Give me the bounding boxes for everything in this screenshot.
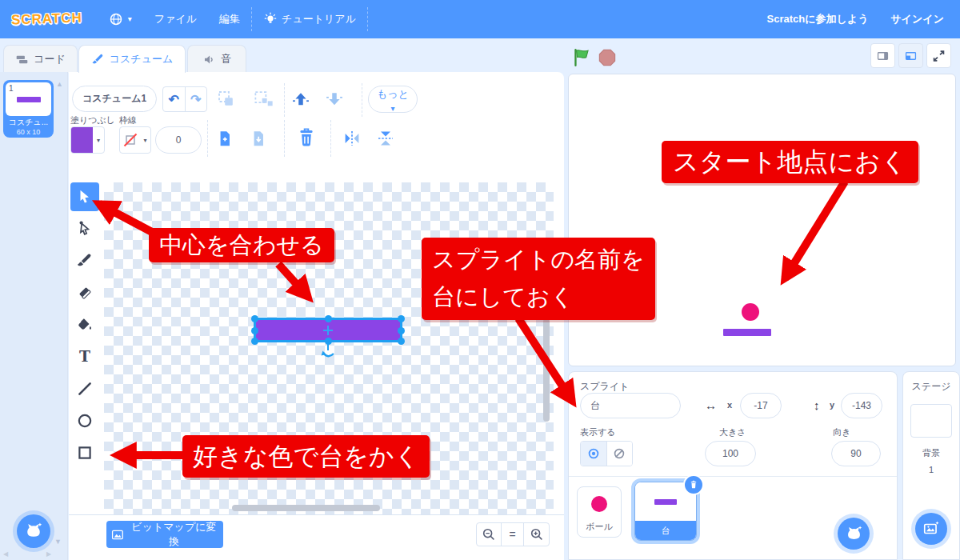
tool-brush[interactable] (70, 246, 99, 275)
tutorials-menu[interactable]: チュートリアル (252, 0, 367, 38)
zoom-controls: = (476, 522, 550, 546)
flip-vertical-button[interactable] (374, 126, 397, 150)
rotate-handle-icon[interactable] (321, 350, 335, 360)
stage-sprite-platform[interactable] (723, 329, 771, 336)
toolbar-divider (284, 83, 285, 117)
cat-add-icon (845, 525, 863, 543)
green-flag-button[interactable] (570, 46, 594, 70)
tool-rectangle[interactable] (70, 438, 99, 467)
direction-input[interactable] (831, 441, 881, 466)
tab-code[interactable]: コード (3, 45, 78, 73)
zoom-reset-button[interactable]: = (502, 523, 525, 546)
caret-down-icon: ▾ (93, 127, 104, 153)
add-sprite-button[interactable] (838, 518, 870, 550)
ungroup-button[interactable] (250, 88, 278, 110)
selection-handle[interactable] (251, 315, 258, 322)
stage-sprite-ball[interactable] (742, 303, 759, 321)
redo-button[interactable]: ↷ (186, 87, 207, 111)
tool-text[interactable]: T (70, 342, 99, 371)
sprite-name-input[interactable] (580, 393, 681, 418)
selection-handle[interactable] (251, 327, 258, 334)
delete-sprite-badge[interactable] (683, 474, 704, 495)
outline-width-input[interactable] (155, 126, 202, 154)
tool-eraser[interactable] (70, 278, 99, 307)
file-menu[interactable]: ファイル (143, 0, 208, 38)
bring-forward-button[interactable] (290, 88, 312, 110)
size-label: 大きさ (719, 426, 746, 438)
scratch-logo[interactable]: SCRATCH (11, 10, 83, 28)
outline-color-picker[interactable]: ▾ (119, 126, 151, 154)
backdrop-thumbnail[interactable] (910, 404, 952, 438)
x-input[interactable] (740, 393, 782, 418)
paste-button[interactable] (248, 126, 269, 152)
large-stage-button[interactable] (898, 43, 923, 68)
lightbulb-icon (263, 12, 278, 26)
canvas-scrollbar-horizontal[interactable] (232, 505, 380, 511)
eraser-icon (76, 284, 94, 302)
toolbar-divider (207, 120, 208, 157)
show-sprite-button[interactable] (581, 442, 607, 466)
selected-shape[interactable] (254, 318, 402, 342)
stop-sign-icon (598, 48, 617, 67)
tool-line[interactable] (70, 374, 99, 403)
trash-icon (297, 127, 316, 150)
stop-button[interactable] (595, 46, 619, 70)
costume-item-selected[interactable]: 1 コスチュ... 60 x 10 (3, 80, 54, 138)
copy-button[interactable] (214, 126, 235, 152)
costume-size: 60 x 10 (3, 127, 54, 136)
scroll-right-icon[interactable]: ▶ (46, 550, 51, 558)
direction-label: 向き (833, 426, 850, 438)
costume-name-input[interactable] (72, 86, 157, 112)
size-input[interactable] (705, 441, 756, 466)
selection-handle[interactable] (398, 315, 405, 322)
tool-select[interactable] (70, 182, 99, 211)
more-button[interactable]: もっと ▾ (368, 86, 418, 113)
add-costume-button[interactable] (17, 514, 50, 548)
costume-list-panel: 1 コスチュ... 60 x 10 ▲ ▼ ◀ ▶ (0, 72, 68, 560)
sprite-card-platform-selected[interactable]: 台 (634, 482, 697, 541)
y-input[interactable] (841, 393, 882, 418)
topbar-divider (367, 7, 368, 31)
tab-costumes[interactable]: コスチューム (78, 45, 186, 73)
add-backdrop-button[interactable] (915, 513, 947, 545)
delete-button[interactable] (296, 125, 317, 152)
hide-sprite-button[interactable] (607, 442, 633, 466)
stage[interactable] (568, 74, 956, 366)
join-scratch-link[interactable]: Scratchに参加しよう (756, 0, 880, 38)
bitmap-image-icon (111, 528, 124, 542)
sprite-card-ball[interactable]: ボール (577, 486, 622, 538)
undo-button[interactable]: ↶ (163, 87, 186, 111)
selection-handle[interactable] (398, 338, 405, 345)
tool-circle[interactable] (70, 406, 99, 435)
selection-handle[interactable] (325, 315, 332, 322)
zoom-out-button[interactable] (477, 523, 502, 546)
green-flag-icon (571, 47, 592, 68)
send-backward-button[interactable] (323, 88, 346, 110)
scroll-down-icon[interactable]: ▼ (54, 538, 62, 546)
tab-sounds[interactable]: 音 (187, 45, 246, 73)
group-icon (217, 90, 236, 109)
backdrop-count: 1 (903, 465, 959, 474)
eye-slash-icon (612, 446, 626, 461)
selection-handle[interactable] (251, 338, 258, 345)
small-stage-button[interactable] (870, 43, 895, 68)
sign-in-link[interactable]: サインイン (879, 0, 955, 38)
backdrop-panel: ステージ 背景 1 (902, 371, 960, 560)
selection-handle[interactable] (398, 327, 405, 334)
convert-to-bitmap-button[interactable]: ビットマップに変換 (106, 521, 223, 548)
backdrop-add-icon (922, 520, 940, 538)
tool-fill[interactable] (70, 310, 99, 339)
canvas-scrollbar-vertical[interactable] (543, 318, 550, 422)
scroll-left-icon[interactable]: ◀ (3, 550, 8, 558)
circle-icon (76, 412, 94, 430)
group-button[interactable] (214, 88, 238, 110)
tool-reshape[interactable] (70, 214, 99, 243)
flip-horizontal-button[interactable] (341, 126, 363, 150)
fullscreen-button[interactable] (926, 43, 951, 68)
fill-color-picker[interactable]: ▾ (70, 126, 105, 154)
zoom-in-button[interactable] (524, 523, 549, 546)
language-selector[interactable]: ▾ (97, 0, 143, 38)
scroll-up-icon[interactable]: ▲ (56, 80, 63, 88)
stage-panel-title: ステージ (903, 380, 959, 394)
edit-menu[interactable]: 編集 (208, 0, 251, 38)
